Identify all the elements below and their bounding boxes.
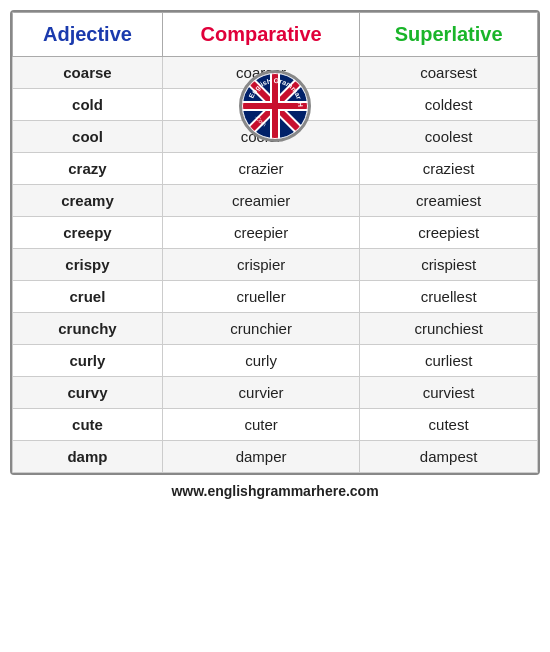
cell-superlative: creepiest	[360, 217, 538, 249]
table-row: coldcoldercoldest	[13, 89, 538, 121]
cell-superlative: coolest	[360, 121, 538, 153]
cell-superlative: coldest	[360, 89, 538, 121]
cell-adjective: crispy	[13, 249, 163, 281]
cell-adjective: curvy	[13, 377, 163, 409]
cell-comparative: coarser	[162, 57, 359, 89]
cell-adjective: crazy	[13, 153, 163, 185]
table-row: curlycurlycurliest	[13, 345, 538, 377]
header-adjective: Adjective	[13, 13, 163, 57]
table-row: dampdamperdampest	[13, 441, 538, 473]
cell-superlative: curliest	[360, 345, 538, 377]
cell-adjective: crunchy	[13, 313, 163, 345]
cell-superlative: crispiest	[360, 249, 538, 281]
cell-comparative: crispier	[162, 249, 359, 281]
cell-adjective: creepy	[13, 217, 163, 249]
cell-adjective: creamy	[13, 185, 163, 217]
cell-comparative: colder	[162, 89, 359, 121]
cell-adjective: cruel	[13, 281, 163, 313]
table-row: crispycrispiercrispiest	[13, 249, 538, 281]
cell-comparative: crunchier	[162, 313, 359, 345]
header-superlative: Superlative	[360, 13, 538, 57]
cell-comparative: creamier	[162, 185, 359, 217]
table-row: cutecutercutest	[13, 409, 538, 441]
cell-comparative: curly	[162, 345, 359, 377]
table-row: coarsecoarsercoarsest	[13, 57, 538, 89]
table-row: cruelcruellercruellest	[13, 281, 538, 313]
cell-superlative: crunchiest	[360, 313, 538, 345]
cell-comparative: crueller	[162, 281, 359, 313]
cell-adjective: coarse	[13, 57, 163, 89]
cell-comparative: damper	[162, 441, 359, 473]
table-row: crazycraziercraziest	[13, 153, 538, 185]
cell-superlative: coarsest	[360, 57, 538, 89]
cell-adjective: curly	[13, 345, 163, 377]
cell-superlative: dampest	[360, 441, 538, 473]
cell-superlative: cutest	[360, 409, 538, 441]
cell-adjective: cold	[13, 89, 163, 121]
cell-comparative: curvier	[162, 377, 359, 409]
adjective-table: Adjective Comparative Superlative coarse…	[12, 12, 538, 473]
table-row: crunchycrunchiercrunchiest	[13, 313, 538, 345]
table-row: creamycreamiercreamiest	[13, 185, 538, 217]
cell-superlative: creamiest	[360, 185, 538, 217]
cell-superlative: curviest	[360, 377, 538, 409]
table-row: curvycurviercurviest	[13, 377, 538, 409]
table-row: creepycreepiercreepiest	[13, 217, 538, 249]
cell-comparative: cooler	[162, 121, 359, 153]
cell-adjective: cool	[13, 121, 163, 153]
adjective-table-wrapper: Adjective Comparative Superlative coarse…	[10, 10, 540, 475]
cell-comparative: crazier	[162, 153, 359, 185]
cell-adjective: cute	[13, 409, 163, 441]
table-row: coolcoolercoolest	[13, 121, 538, 153]
cell-superlative: craziest	[360, 153, 538, 185]
cell-adjective: damp	[13, 441, 163, 473]
cell-comparative: cuter	[162, 409, 359, 441]
cell-comparative: creepier	[162, 217, 359, 249]
table-outer: English Grammar Here .Com Adjective Comp…	[10, 10, 540, 475]
header-comparative: Comparative	[162, 13, 359, 57]
cell-superlative: cruellest	[360, 281, 538, 313]
footer-url: www.englishgrammarhere.com	[171, 483, 378, 499]
